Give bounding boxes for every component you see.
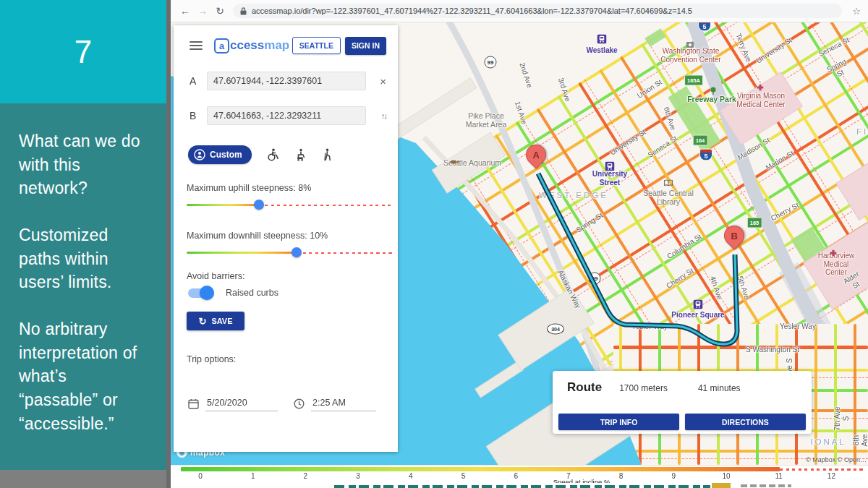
swap-waypoints-icon[interactable]: ↑↓ bbox=[381, 111, 386, 120]
custom-profile-label: Custom bbox=[210, 150, 242, 160]
sync-icon: ↻ bbox=[198, 316, 206, 327]
trip-date-input[interactable]: 5/20/2020 bbox=[205, 396, 278, 411]
waypoint-b-input[interactable]: 47.6041663, -122.3293211 bbox=[207, 106, 366, 125]
route-summary: Route 1700 meters 41 minutes bbox=[567, 380, 771, 395]
downhill-steepness-slider[interactable] bbox=[187, 247, 393, 258]
refresh-button[interactable]: ↻ bbox=[211, 5, 229, 17]
cropped-text-fragment bbox=[741, 484, 791, 487]
cropped-text-fragment bbox=[334, 485, 710, 488]
waypoint-a-label: A bbox=[190, 75, 207, 87]
trip-info-button[interactable]: TRIP INFO bbox=[558, 414, 679, 430]
logo-a-icon: a bbox=[214, 38, 229, 53]
legend-tick: 0 bbox=[198, 472, 203, 480]
slide-number-block: 7 bbox=[0, 0, 166, 103]
legend-tick: 2 bbox=[304, 472, 308, 480]
avoid-barriers-label: Avoid barriers: bbox=[187, 271, 244, 281]
padlock-icon bbox=[240, 7, 247, 15]
trip-datetime-row: 5/20/2020 2:25 AM bbox=[188, 396, 376, 411]
clear-route-icon[interactable]: × bbox=[380, 75, 386, 87]
slide-sidebar: 7 What can we do with this network? Cust… bbox=[0, 0, 166, 488]
profile-selector: Custom bbox=[188, 145, 332, 164]
legend-tick: 9 bbox=[672, 472, 676, 480]
raised-curbs-toggle[interactable] bbox=[188, 288, 213, 298]
raised-curbs-label: Raised curbs bbox=[226, 288, 278, 298]
slide-paragraph: What can we do with this network? bbox=[19, 129, 148, 200]
logo-text-2: map bbox=[264, 38, 289, 53]
browser-toolbar: ← → ↻ accessmap.io/dir?wp=-122.3397601_4… bbox=[171, 0, 868, 22]
waypoint-b-label: B bbox=[190, 110, 207, 121]
legend-tick: 11 bbox=[775, 472, 782, 480]
cane-user-profile-icon[interactable] bbox=[322, 148, 332, 161]
slide-text-block: What can we do with this network? Custom… bbox=[0, 103, 166, 470]
wheelchair-profile-icon[interactable] bbox=[267, 148, 279, 161]
calendar-icon bbox=[188, 398, 199, 409]
uphill-steepness-label: Maximum uphill steepness: 8% bbox=[187, 183, 311, 193]
cropped-swatch bbox=[712, 483, 731, 488]
forward-button[interactable]: → bbox=[194, 5, 211, 17]
legend-tick: 1 bbox=[251, 472, 255, 480]
url-text: accessmap.io/dir?wp=-122.3397601_47.6071… bbox=[252, 7, 692, 15]
cropped-content-strip bbox=[171, 483, 868, 488]
panel-header: accessmap SEATTLE SIGN IN bbox=[174, 34, 398, 57]
uphill-steepness-slider[interactable] bbox=[187, 199, 393, 210]
legend-tick: 3 bbox=[356, 472, 360, 480]
sign-in-button[interactable]: SIGN IN bbox=[345, 37, 386, 55]
route-line bbox=[538, 174, 737, 344]
accessmap-logo: accessmap bbox=[214, 38, 289, 53]
route-result-card: Route 1700 meters 41 minutes TRIP INFO D… bbox=[553, 371, 812, 434]
clock-icon bbox=[294, 398, 305, 409]
screenshot-root: 7 What can we do with this network? Cust… bbox=[0, 0, 868, 488]
region-button[interactable]: SEATTLE bbox=[292, 37, 341, 54]
bookmark-star-icon[interactable]: ☆ bbox=[852, 6, 861, 17]
slide-paragraph: Customized paths within users’ limits. bbox=[19, 223, 148, 294]
menu-icon[interactable] bbox=[190, 39, 203, 52]
legend-tick: 12 bbox=[827, 472, 835, 480]
slide-footer-strip bbox=[0, 470, 166, 488]
uphill-slider-thumb[interactable] bbox=[254, 200, 264, 210]
toggle-knob[interactable] bbox=[200, 286, 214, 300]
custom-profile-button[interactable]: Custom bbox=[188, 145, 252, 164]
back-button[interactable]: ← bbox=[176, 5, 194, 17]
waypoint-pin-B[interactable]: B bbox=[724, 226, 744, 246]
waypoint-a-row: A 47.6071944, -122.3397601 × bbox=[174, 72, 398, 90]
waypoint-b-row: B 47.6041663, -122.3293211 ↑↓ bbox=[174, 106, 398, 125]
person-icon bbox=[194, 149, 205, 160]
url-bar[interactable]: accessmap.io/dir?wp=-122.3397601_47.6071… bbox=[233, 4, 842, 18]
legend-dashed-segment bbox=[780, 468, 865, 471]
accessmap-panel: accessmap SEATTLE SIGN IN A 47.6071944, … bbox=[174, 25, 398, 452]
legend-tick: 5 bbox=[461, 472, 466, 480]
powered-wheelchair-profile-icon[interactable] bbox=[294, 148, 307, 161]
waypoint-pin-A[interactable]: A bbox=[526, 145, 546, 165]
legend-tick: 10 bbox=[722, 472, 730, 480]
route-casing bbox=[538, 174, 737, 344]
downhill-steepness-label: Maximum downhill steepness: 10% bbox=[187, 231, 328, 241]
slide-paragraph: No arbitrary interpretation of what’s “p… bbox=[19, 317, 148, 435]
trip-options-label: Trip options: bbox=[187, 354, 236, 364]
save-button[interactable]: ↻ SAVE bbox=[187, 312, 244, 330]
waypoint-a-input[interactable]: 47.6071944, -122.3397601 bbox=[207, 72, 366, 90]
route-duration: 41 minutes bbox=[698, 383, 741, 393]
route-distance: 1700 meters bbox=[619, 383, 668, 393]
save-button-label: SAVE bbox=[211, 317, 232, 325]
slide-number: 7 bbox=[75, 34, 92, 70]
legend-gradient-bar bbox=[181, 467, 780, 471]
raised-curbs-row: Raised curbs bbox=[188, 288, 278, 298]
legend-tick: 4 bbox=[409, 472, 413, 480]
trip-time-input[interactable]: 2:25 AM bbox=[311, 396, 376, 411]
map-attribution: © Mapbox © Open… bbox=[806, 456, 867, 463]
route-title: Route bbox=[567, 380, 602, 395]
incline-speed-legend: 0123456789101112 Speed at incline % bbox=[171, 465, 868, 484]
directions-button[interactable]: DIRECTIONS bbox=[685, 414, 806, 430]
downhill-slider-thumb[interactable] bbox=[292, 247, 302, 257]
logo-text-1: ccess bbox=[230, 38, 264, 53]
browser-window: WestlakeWashington State Convention Cent… bbox=[171, 0, 868, 488]
